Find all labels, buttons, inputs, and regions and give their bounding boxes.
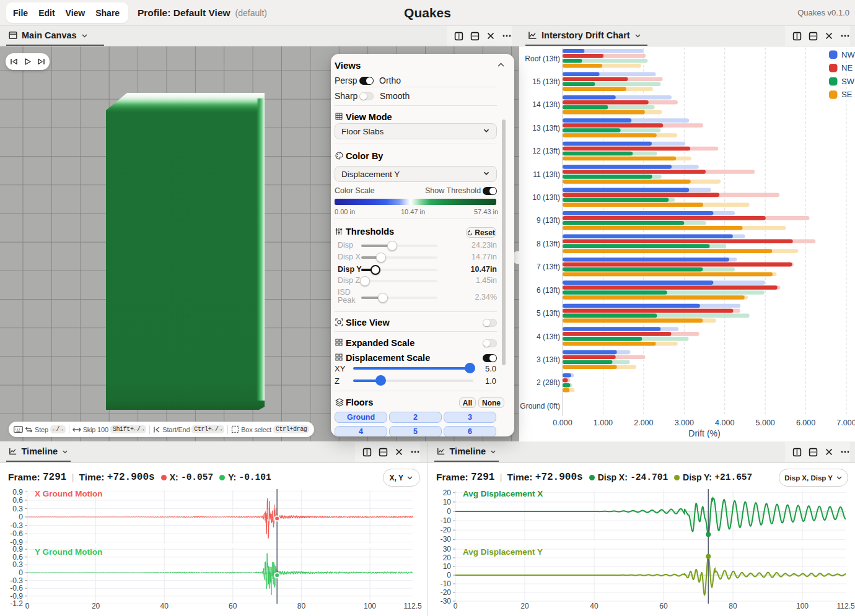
svg-text:7 (13ft): 7 (13ft) (537, 262, 560, 271)
svg-text:-1.2: -1.2 (10, 599, 23, 608)
svg-text:-0.3: -0.3 (10, 521, 23, 530)
svg-text:10 (13ft): 10 (13ft) (532, 193, 560, 202)
svg-text:80: 80 (297, 602, 306, 610)
svg-text:60: 60 (659, 602, 668, 610)
svg-text:SE: SE (841, 90, 853, 99)
svg-text:0: 0 (454, 602, 458, 610)
svg-text:-30: -30 (441, 597, 452, 605)
svg-text:6.000: 6.000 (796, 419, 815, 427)
svg-text:5.000: 5.000 (756, 419, 775, 427)
svg-text:9 (13ft): 9 (13ft) (537, 216, 560, 225)
svg-text:Avg Displacement X: Avg Displacement X (463, 489, 543, 498)
svg-text:-10: -10 (441, 516, 452, 525)
svg-text:0: 0 (447, 571, 451, 579)
svg-text:20: 20 (443, 553, 452, 562)
svg-text:3 (13ft): 3 (13ft) (537, 355, 560, 364)
svg-text:-30: -30 (441, 535, 452, 544)
svg-text:Drift (%): Drift (%) (688, 428, 720, 438)
svg-text:14 (13ft): 14 (13ft) (532, 100, 560, 109)
svg-text:20: 20 (520, 602, 529, 610)
svg-text:Avg Displacement Y: Avg Displacement Y (463, 547, 543, 557)
svg-text:0: 0 (447, 507, 451, 516)
svg-text:4.000: 4.000 (715, 419, 734, 427)
svg-text:-20: -20 (441, 588, 452, 597)
svg-text:80: 80 (729, 602, 737, 610)
svg-text:20: 20 (443, 489, 452, 497)
svg-text:20: 20 (92, 602, 100, 610)
svg-text:5 (13ft): 5 (13ft) (537, 309, 560, 318)
svg-text:X Ground Motion: X Ground Motion (35, 489, 102, 498)
svg-text:Y Ground Motion: Y Ground Motion (35, 547, 102, 557)
svg-text:4 (13ft): 4 (13ft) (537, 332, 560, 341)
svg-text:40: 40 (590, 602, 598, 610)
svg-text:112.5: 112.5 (836, 602, 854, 610)
svg-text:60: 60 (229, 602, 237, 610)
svg-text:0.000: 0.000 (553, 419, 572, 427)
svg-text:Ground (0ft): Ground (0ft) (520, 402, 560, 410)
svg-text:7.000: 7.000 (836, 419, 855, 427)
svg-text:0.3: 0.3 (12, 505, 23, 513)
svg-text:12 (13ft): 12 (13ft) (532, 147, 560, 155)
svg-text:11 (13ft): 11 (13ft) (533, 170, 560, 179)
svg-text:40: 40 (160, 602, 169, 610)
svg-text:10: 10 (443, 498, 452, 506)
svg-text:1.000: 1.000 (594, 419, 613, 427)
svg-text:SW: SW (841, 77, 855, 86)
svg-text:13 (13ft): 13 (13ft) (532, 124, 560, 132)
svg-text:0: 0 (19, 513, 23, 521)
svg-text:2 (28ft): 2 (28ft) (537, 378, 560, 387)
svg-text:-0.6: -0.6 (10, 529, 23, 538)
svg-text:NE: NE (841, 63, 853, 72)
svg-text:8 (13ft): 8 (13ft) (537, 240, 560, 248)
svg-text:0.9: 0.9 (12, 489, 23, 497)
svg-text:100: 100 (364, 602, 376, 610)
svg-text:10: 10 (443, 562, 452, 571)
svg-text:2.000: 2.000 (634, 419, 653, 427)
svg-text:6 (13ft): 6 (13ft) (537, 286, 560, 295)
svg-text:Roof (13ft): Roof (13ft) (525, 54, 560, 63)
svg-text:-20: -20 (441, 526, 452, 534)
svg-text:0: 0 (25, 602, 30, 610)
svg-text:30: 30 (443, 545, 452, 553)
svg-text:0.6: 0.6 (12, 496, 23, 505)
svg-text:15 (13ft): 15 (13ft) (532, 77, 560, 86)
svg-text:-10: -10 (441, 579, 452, 588)
svg-text:100: 100 (796, 602, 809, 610)
svg-text:3.000: 3.000 (675, 419, 694, 427)
svg-text:NW: NW (841, 50, 855, 59)
svg-text:112.5: 112.5 (404, 602, 422, 610)
